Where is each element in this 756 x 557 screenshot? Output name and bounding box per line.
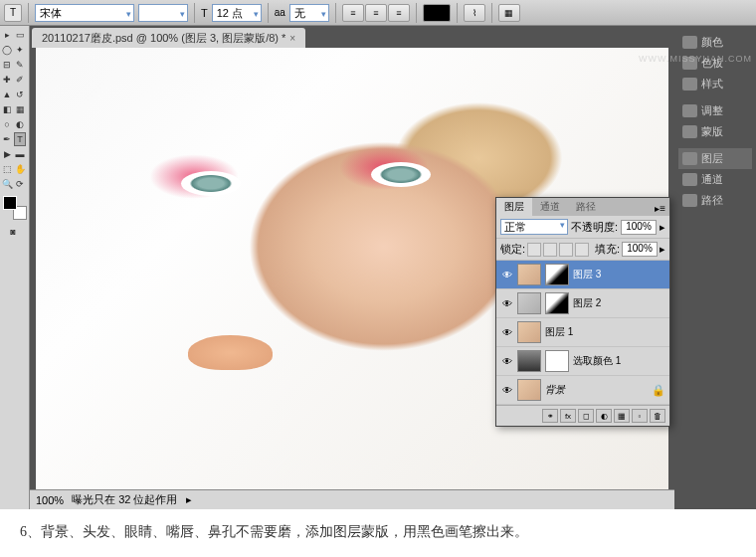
blend-mode-select[interactable]: 正常 — [500, 219, 568, 235]
tab-channels[interactable]: 通道 — [532, 198, 568, 216]
layer-name[interactable]: 图层 1 — [545, 325, 665, 339]
mask-thumbnail[interactable] — [545, 264, 569, 285]
char-panel-button[interactable]: ▦ — [498, 4, 520, 22]
close-tab-icon[interactable]: × — [289, 33, 295, 44]
3d-tool[interactable]: ⬚ — [1, 162, 13, 176]
path-select-tool[interactable]: ▶ — [1, 147, 13, 161]
heal-tool[interactable]: ✚ — [1, 73, 13, 87]
layer-thumbnail[interactable] — [517, 292, 541, 314]
tab-layers[interactable]: 图层 — [496, 198, 532, 216]
panel-menu-icon[interactable]: ▸≡ — [651, 201, 669, 216]
lasso-tool[interactable]: ◯ — [1, 43, 13, 57]
move-tool[interactable]: ▸ — [1, 28, 13, 42]
eyedropper-tool[interactable]: ✎ — [14, 58, 26, 72]
toolbox: ▸ ▭ ◯ ✦ ⊟ ✎ ✚ ✐ ▲ ↺ ◧ ▦ ○ ◐ ✒ T ▶ ▬ ⬚ ✋ … — [0, 26, 30, 509]
adjustment-thumbnail[interactable] — [517, 350, 541, 372]
lock-label: 锁定: — [500, 242, 525, 257]
font-style-select[interactable] — [138, 4, 188, 22]
lock-all-icon[interactable] — [575, 243, 589, 257]
wand-tool[interactable]: ✦ — [14, 43, 26, 57]
dock-channels[interactable]: 通道 — [678, 169, 752, 190]
type-tool[interactable]: T — [14, 132, 26, 146]
visibility-icon[interactable]: 👁 — [500, 297, 513, 309]
dock-color[interactable]: 颜色 — [678, 32, 752, 53]
history-brush-tool[interactable]: ↺ — [14, 88, 26, 101]
align-center-button[interactable]: ≡ — [365, 4, 387, 22]
hand-tool[interactable]: ✋ — [14, 162, 26, 176]
dodge-tool[interactable]: ◐ — [14, 117, 26, 131]
layer-thumbnail[interactable] — [517, 264, 541, 285]
align-left-button[interactable]: ≡ — [342, 4, 364, 22]
quickmask-toggle[interactable]: ◙ — [1, 225, 25, 239]
lock-pixels-icon[interactable] — [543, 243, 557, 257]
status-info: 曝光只在 32 位起作用 — [72, 492, 177, 507]
pen-tool[interactable]: ✒ — [1, 132, 13, 146]
zoom-tool[interactable]: 🔍 — [1, 177, 13, 191]
styles-icon — [682, 78, 697, 91]
lock-transparent-icon[interactable] — [527, 243, 541, 257]
shape-tool[interactable]: ▬ — [14, 147, 26, 161]
font-family-select[interactable]: 宋体 — [35, 4, 134, 22]
blur-tool[interactable]: ○ — [1, 117, 13, 131]
link-layers-button[interactable]: ⚭ — [542, 409, 558, 423]
warp-text-button[interactable]: ⌇ — [464, 4, 485, 22]
document-tab[interactable]: 20110217磨皮.psd @ 100% (图层 3, 图层蒙版/8) * × — [32, 28, 305, 48]
visibility-icon[interactable]: 👁 — [500, 355, 513, 367]
fill-menu-icon[interactable]: ▸ — [660, 243, 665, 256]
fx-button[interactable]: fx — [560, 409, 576, 423]
eraser-tool[interactable]: ◧ — [1, 102, 13, 116]
add-mask-button[interactable]: ◻ — [578, 409, 594, 423]
dock-layers[interactable]: 图层 — [678, 148, 752, 169]
mask-thumbnail[interactable] — [545, 350, 569, 372]
dock-adjustments[interactable]: 调整 — [678, 100, 752, 121]
layers-panel-footer: ⚭ fx ◻ ◐ ▦ ▫ 🗑 — [496, 405, 669, 426]
layer-name[interactable]: 选取颜色 1 — [573, 354, 665, 368]
layer-row[interactable]: 👁 选取颜色 1 — [496, 347, 669, 376]
new-group-button[interactable]: ▦ — [614, 409, 630, 423]
layer-name[interactable]: 图层 2 — [573, 296, 665, 310]
rotate-tool[interactable]: ⟳ — [14, 177, 26, 191]
visibility-icon[interactable]: 👁 — [500, 269, 513, 280]
opacity-menu-icon[interactable]: ▸ — [660, 221, 665, 234]
gradient-tool[interactable]: ▦ — [14, 102, 26, 116]
layer-name[interactable]: 背景 — [545, 383, 648, 397]
right-dock: 颜色 色板 样式 调整 蒙版 图层 通道 路径 — [674, 26, 756, 509]
adjustment-layer-button[interactable]: ◐ — [596, 409, 612, 423]
crop-tool[interactable]: ⊟ — [1, 58, 13, 72]
layer-row[interactable]: 👁 图层 2 — [496, 289, 669, 318]
layer-row[interactable]: 👁 背景 🔒 — [496, 376, 669, 405]
layers-icon — [682, 152, 697, 165]
delete-layer-button[interactable]: 🗑 — [650, 409, 665, 423]
stamp-tool[interactable]: ▲ — [1, 88, 13, 101]
new-layer-button[interactable]: ▫ — [632, 409, 648, 423]
visibility-icon[interactable]: 👁 — [500, 326, 513, 338]
font-size-select[interactable]: 12 点 — [212, 4, 262, 22]
layer-row[interactable]: 👁 图层 1 — [496, 318, 669, 347]
marquee-tool[interactable]: ▭ — [14, 28, 26, 42]
dock-masks[interactable]: 蒙版 — [678, 121, 752, 142]
layer-row[interactable]: 👁 图层 3 — [496, 261, 669, 289]
tab-paths[interactable]: 路径 — [568, 198, 604, 216]
dock-paths[interactable]: 路径 — [678, 190, 752, 211]
align-right-button[interactable]: ≡ — [388, 4, 410, 22]
brush-tool[interactable]: ✐ — [14, 73, 26, 87]
layer-thumbnail[interactable] — [517, 321, 541, 343]
status-menu-icon[interactable]: ▸ — [186, 493, 192, 506]
antialias-select[interactable]: 无 — [289, 4, 329, 22]
foreground-color[interactable] — [3, 196, 17, 210]
layers-list: 👁 图层 3 👁 图层 2 👁 图层 1 👁 — [496, 261, 669, 405]
text-color-swatch[interactable] — [423, 4, 451, 22]
visibility-icon[interactable]: 👁 — [500, 384, 513, 396]
dock-styles[interactable]: 样式 — [678, 74, 752, 94]
layer-thumbnail[interactable] — [517, 379, 541, 401]
blend-opacity-row: 正常 不透明度: 100% ▸ — [496, 216, 669, 239]
color-swatches[interactable] — [3, 196, 27, 220]
mask-thumbnail[interactable] — [545, 292, 569, 314]
tool-preset-icon[interactable]: T — [4, 4, 22, 22]
lock-position-icon[interactable] — [559, 243, 573, 257]
layer-name[interactable]: 图层 3 — [573, 268, 665, 281]
zoom-level[interactable]: 100% — [36, 494, 64, 506]
layers-panel: 图层 通道 路径 ▸≡ 正常 不透明度: 100% ▸ 锁定: 填充: 100%… — [495, 197, 670, 427]
opacity-input[interactable]: 100% — [621, 220, 657, 235]
fill-input[interactable]: 100% — [622, 242, 658, 257]
